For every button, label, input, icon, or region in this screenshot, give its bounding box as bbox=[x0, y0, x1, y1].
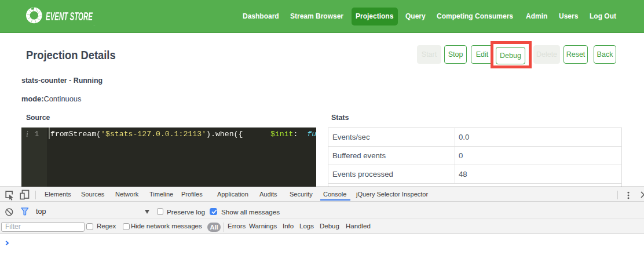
svg-text:EVENT STORE: EVENT STORE bbox=[46, 10, 93, 23]
